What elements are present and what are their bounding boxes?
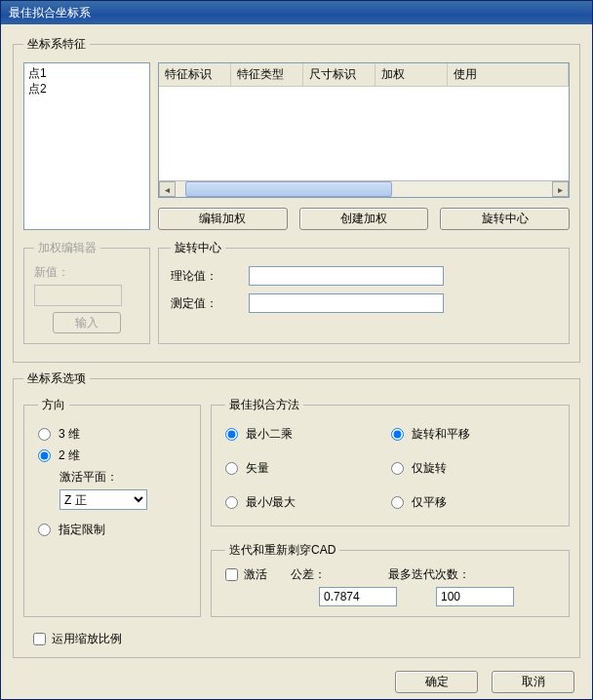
feature-table-area: 特征标识 特征类型 尺寸标识 加权 使用 ◂ ▸ (158, 62, 570, 230)
table-body (159, 87, 569, 180)
radio-vector-label: 矢量 (246, 460, 269, 477)
radio-specify-limit-line: 指定限制 (38, 522, 190, 538)
radio-only-translate[interactable] (391, 496, 404, 509)
features-bottom: 加权编辑器 新值： 输入 旋转中心 理论值： 测定值： (23, 240, 570, 352)
direction-group: 方向 3 维 2 维 激活平面： Z 正 (23, 397, 201, 617)
col-feature-type[interactable]: 特征类型 (231, 63, 303, 87)
measured-row: 测定值： (171, 293, 557, 313)
options-group: 坐标系选项 方向 3 维 2 维 激活平面： Z 正 (13, 370, 580, 658)
activate-label: 激活 (244, 566, 267, 583)
col-weight[interactable]: 加权 (376, 63, 448, 87)
iteration-legend: 迭代和重新刺穿CAD (225, 542, 339, 559)
col-feature-id[interactable]: 特征标识 (159, 63, 231, 87)
radio-rot-trans[interactable] (391, 428, 404, 441)
features-group: 坐标系特征 点1 点2 特征标识 特征类型 尺寸标识 加权 使用 (13, 36, 580, 363)
scroll-right-arrow-icon[interactable]: ▸ (552, 181, 569, 197)
theoretical-row: 理论值： (171, 266, 557, 286)
list-item[interactable]: 点2 (28, 81, 145, 97)
radio-vector-line: 矢量 (225, 460, 391, 477)
radio-least-squares-label: 最小二乘 (246, 426, 293, 443)
rotation-center-legend: 旋转中心 (171, 240, 225, 256)
radio-only-rotate[interactable] (391, 462, 404, 475)
scroll-track[interactable] (176, 181, 552, 197)
col-use[interactable]: 使用 (448, 63, 569, 87)
radio-least-squares-line: 最小二乘 (225, 426, 391, 443)
radio-3d-line: 3 维 (38, 426, 190, 443)
method-group: 最佳拟合方法 最小二乘 旋转和平移 (211, 397, 570, 526)
radio-only-translate-line: 仅平移 (391, 494, 557, 511)
new-value-label: 新值： (34, 264, 139, 281)
options-right-column: 最佳拟合方法 最小二乘 旋转和平移 (211, 397, 570, 625)
rotation-center-group: 旋转中心 理论值： 测定值： (158, 240, 570, 344)
active-plane-label: 激活平面： (59, 469, 190, 486)
feature-listbox[interactable]: 点1 点2 (23, 62, 150, 230)
use-scale-wrap: 运用缩放比例 (33, 631, 570, 647)
horizontal-scrollbar[interactable]: ◂ ▸ (159, 180, 569, 197)
table-header: 特征标识 特征类型 尺寸标识 加权 使用 (159, 63, 569, 87)
feature-button-row: 编辑加权 创建加权 旋转中心 (158, 208, 570, 230)
theoretical-label: 理论值： (171, 268, 249, 285)
radio-only-rotate-line: 仅旋转 (391, 460, 557, 477)
radio-vector[interactable] (225, 462, 238, 475)
weight-editor-group: 加权编辑器 新值： 输入 (23, 240, 150, 344)
list-item[interactable]: 点1 (28, 65, 145, 81)
method-legend: 最佳拟合方法 (225, 397, 303, 413)
radio-only-rotate-label: 仅旋转 (412, 460, 447, 477)
radio-3d[interactable] (38, 428, 51, 441)
radio-minmax-line: 最小/最大 (225, 494, 391, 511)
radio-specify-limit[interactable] (38, 524, 51, 536)
max-iter-input[interactable] (436, 587, 514, 606)
radio-minmax-label: 最小/最大 (246, 494, 296, 511)
scroll-left-arrow-icon[interactable]: ◂ (159, 181, 176, 197)
feature-table[interactable]: 特征标识 特征类型 尺寸标识 加权 使用 ◂ ▸ (158, 62, 570, 198)
use-scale-checkbox[interactable] (33, 633, 46, 645)
col-dimension-id[interactable]: 尺寸标识 (303, 63, 376, 87)
features-top: 点1 点2 特征标识 特征类型 尺寸标识 加权 使用 (23, 62, 570, 230)
title-bar: 最佳拟合坐标系 (1, 1, 592, 24)
radio-least-squares[interactable] (225, 428, 238, 441)
use-scale-label: 运用缩放比例 (52, 631, 122, 647)
new-value-input (34, 285, 122, 306)
activate-checkbox-wrap: 激活 (225, 566, 267, 583)
theoretical-input[interactable] (249, 266, 444, 286)
dialog-button-row: 确定 取消 (13, 667, 580, 693)
edit-weight-button[interactable]: 编辑加权 (158, 208, 288, 230)
method-grid: 最小二乘 旋转和平移 矢量 (225, 421, 557, 516)
radio-2d-label: 2 维 (59, 447, 80, 464)
measured-input[interactable] (249, 293, 444, 313)
radio-only-translate-label: 仅平移 (412, 494, 447, 511)
activate-checkbox[interactable] (225, 568, 238, 581)
radio-rot-trans-line: 旋转和平移 (391, 426, 557, 443)
radio-rot-trans-label: 旋转和平移 (412, 426, 470, 443)
active-plane-block: 激活平面： Z 正 (59, 469, 190, 510)
iteration-top-row: 激活 公差： 最多迭代次数： (225, 566, 557, 583)
dialog-window: 最佳拟合坐标系 坐标系特征 点1 点2 特征标识 特征类型 尺寸标识 加权 (0, 0, 593, 700)
tolerance-input[interactable] (319, 587, 397, 606)
iteration-bottom-row (319, 587, 557, 606)
iteration-group: 迭代和重新刺穿CAD 激活 公差： 最多迭代次数： (211, 542, 570, 617)
input-button: 输入 (53, 312, 121, 333)
scroll-thumb[interactable] (185, 181, 392, 197)
options-inner: 方向 3 维 2 维 激活平面： Z 正 (23, 397, 570, 625)
cancel-button[interactable]: 取消 (492, 671, 574, 693)
options-legend: 坐标系选项 (23, 370, 90, 387)
radio-minmax[interactable] (225, 496, 238, 509)
dialog-body: 坐标系特征 点1 点2 特征标识 特征类型 尺寸标识 加权 使用 (1, 24, 592, 699)
window-title: 最佳拟合坐标系 (9, 6, 91, 19)
max-iter-label: 最多迭代次数： (388, 566, 470, 583)
features-legend: 坐标系特征 (23, 36, 90, 53)
active-plane-select[interactable]: Z 正 (59, 489, 147, 510)
measured-label: 测定值： (171, 295, 249, 312)
radio-2d[interactable] (38, 449, 51, 462)
create-weight-button[interactable]: 创建加权 (299, 208, 429, 230)
direction-legend: 方向 (38, 397, 69, 413)
rotation-center-button[interactable]: 旋转中心 (440, 208, 570, 230)
weight-editor-legend: 加权编辑器 (34, 240, 100, 256)
radio-specify-limit-label: 指定限制 (59, 522, 105, 538)
tolerance-label: 公差： (291, 566, 388, 583)
radio-2d-line: 2 维 (38, 447, 190, 464)
ok-button[interactable]: 确定 (395, 671, 478, 693)
radio-3d-label: 3 维 (59, 426, 80, 443)
